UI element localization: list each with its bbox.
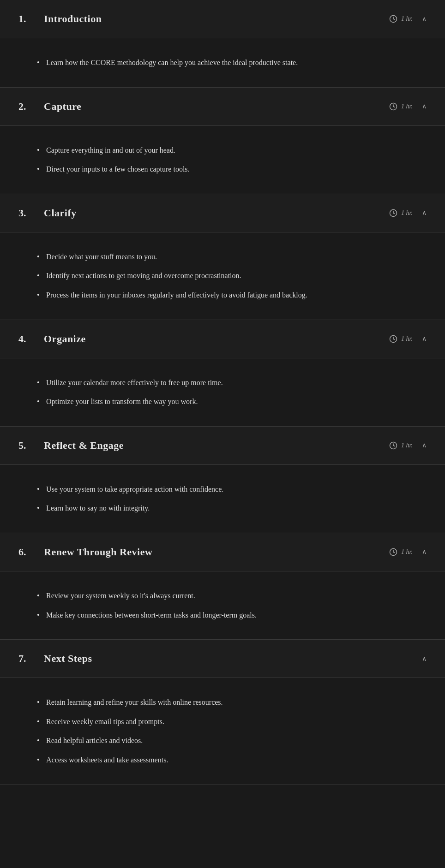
section-4-chevron-icon: ∧ [422,335,427,343]
section-3-content: Decide what your stuff means to you.Iden… [0,232,445,320]
section-2-title: Capture [44,101,389,113]
section-1: 1.Introduction1 hr.∧Learn how the CCORE … [0,0,445,88]
section-6-meta: 1 hr. [389,548,413,556]
section-5-number: 5. [18,440,44,452]
section-6-number: 6. [18,546,44,558]
section-5-chevron-icon: ∧ [422,441,427,449]
clock-icon [389,102,397,111]
section-3-number: 3. [18,207,44,219]
section-3-duration: 1 hr. [401,209,413,217]
section-5-meta: 1 hr. [389,441,413,450]
section-3-title: Clarify [44,207,389,219]
section-5-title: Reflect & Engage [44,440,389,452]
section-1-bullet-1: Learn how the CCORE methodology can help… [37,57,417,69]
section-6-bullet-2: Make key connections between short-term … [37,609,417,621]
section-2-number: 2. [18,101,44,113]
section-3-bullet-list: Decide what your stuff means to you.Iden… [37,251,417,301]
section-7: 7.Next Steps∧Retain learning and refine … [0,640,445,785]
section-7-content: Retain learning and refine your skills w… [0,678,445,784]
section-4-bullet-list: Utilize your calendar more effectively t… [37,377,417,408]
section-6: 6.Renew Through Review1 hr.∧Review your … [0,533,445,640]
section-4: 4.Organize1 hr.∧Utilize your calendar mo… [0,320,445,427]
section-4-title: Organize [44,333,389,345]
section-6-content: Review your system weekly so it's always… [0,571,445,639]
section-2-bullet-list: Capture everything in and out of your he… [37,144,417,175]
section-4-bullet-1: Utilize your calendar more effectively t… [37,377,417,389]
section-3-bullet-1: Decide what your stuff means to you. [37,251,417,263]
clock-icon [389,335,397,343]
section-5-bullet-2: Learn how to say no with integrity. [37,502,417,514]
section-5-bullet-list: Use your system to take appropriate acti… [37,483,417,514]
section-7-title: Next Steps [44,653,422,665]
section-1-header[interactable]: 1.Introduction1 hr.∧ [0,0,445,38]
section-1-meta: 1 hr. [389,15,413,23]
section-1-duration: 1 hr. [401,15,413,23]
clock-icon [389,209,397,217]
section-2-duration: 1 hr. [401,103,413,110]
course-sections-container: 1.Introduction1 hr.∧Learn how the CCORE … [0,0,445,785]
section-6-bullet-1: Review your system weekly so it's always… [37,590,417,602]
section-5-header[interactable]: 5.Reflect & Engage1 hr.∧ [0,427,445,465]
section-3-bullet-2: Identify next actions to get moving and … [37,270,417,282]
section-7-bullet-list: Retain learning and refine your skills w… [37,696,417,766]
clock-icon [389,15,397,23]
section-2-content: Capture everything in and out of your he… [0,126,445,194]
section-1-title: Introduction [44,13,389,25]
section-6-title: Renew Through Review [44,546,389,558]
section-2-bullet-1: Capture everything in and out of your he… [37,144,417,156]
section-7-bullet-2: Receive weekly email tips and prompts. [37,716,417,728]
section-3-meta: 1 hr. [389,209,413,217]
section-1-number: 1. [18,13,44,25]
section-7-number: 7. [18,653,44,665]
section-7-bullet-1: Retain learning and refine your skills w… [37,696,417,708]
section-2: 2.Capture1 hr.∧Capture everything in and… [0,88,445,194]
section-5-duration: 1 hr. [401,442,413,449]
section-4-header[interactable]: 4.Organize1 hr.∧ [0,320,445,358]
section-1-chevron-icon: ∧ [422,15,427,23]
section-7-bullet-3: Read helpful articles and videos. [37,735,417,747]
section-5-content: Use your system to take appropriate acti… [0,465,445,533]
section-7-chevron-icon: ∧ [422,655,427,663]
section-3: 3.Clarify1 hr.∧Decide what your stuff me… [0,194,445,320]
section-7-bullet-4: Access worksheets and take assessments. [37,754,417,766]
section-2-chevron-icon: ∧ [422,102,427,110]
section-4-meta: 1 hr. [389,335,413,343]
section-1-content: Learn how the CCORE methodology can help… [0,38,445,87]
section-4-duration: 1 hr. [401,335,413,343]
section-4-bullet-2: Optimize your lists to transform the way… [37,396,417,408]
clock-icon [389,548,397,556]
section-2-header[interactable]: 2.Capture1 hr.∧ [0,88,445,126]
section-6-header[interactable]: 6.Renew Through Review1 hr.∧ [0,533,445,571]
section-6-duration: 1 hr. [401,548,413,556]
section-2-bullet-2: Direct your inputs to a few chosen captu… [37,163,417,175]
clock-icon [389,441,397,450]
section-1-bullet-list: Learn how the CCORE methodology can help… [37,57,417,69]
section-6-bullet-list: Review your system weekly so it's always… [37,590,417,621]
section-3-header[interactable]: 3.Clarify1 hr.∧ [0,194,445,232]
section-2-meta: 1 hr. [389,102,413,111]
section-4-content: Utilize your calendar more effectively t… [0,358,445,426]
section-7-header[interactable]: 7.Next Steps∧ [0,640,445,678]
section-3-chevron-icon: ∧ [422,209,427,217]
section-5-bullet-1: Use your system to take appropriate acti… [37,483,417,495]
section-3-bullet-3: Process the items in your inboxes regula… [37,289,417,301]
section-5: 5.Reflect & Engage1 hr.∧Use your system … [0,427,445,533]
section-6-chevron-icon: ∧ [422,548,427,556]
section-4-number: 4. [18,333,44,345]
